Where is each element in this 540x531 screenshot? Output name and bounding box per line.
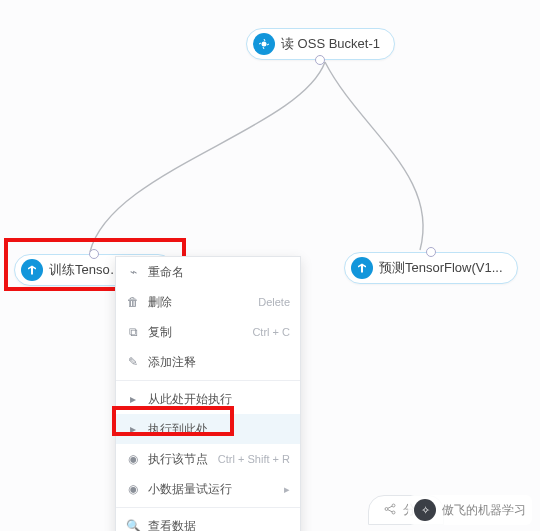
trash-icon: 🗑 <box>124 295 142 309</box>
play-icon: ▸ <box>124 392 142 406</box>
menu-separator <box>116 507 300 508</box>
watermark: ✧ 傲飞的机器学习 <box>408 495 532 525</box>
debug-run-icon: ◉ <box>124 482 142 496</box>
input-port[interactable] <box>426 247 436 257</box>
play-to-icon: ▸ <box>124 422 142 436</box>
menu-item-small-data-debug[interactable]: ◉ 小数据量试运行 ▸ <box>116 474 300 504</box>
menu-label: 查看数据 <box>148 518 290 532</box>
menu-label: 执行该节点 <box>148 451 218 468</box>
annotation-icon: ✎ <box>124 355 142 369</box>
menu-item-copy[interactable]: ⧉ 复制 Ctrl + C <box>116 317 300 347</box>
workflow-canvas[interactable]: 读 OSS Bucket-1 预测TensorFlow(V1... 训练Tens… <box>0 0 540 531</box>
input-port[interactable] <box>89 249 99 259</box>
tensorflow-icon <box>21 259 43 281</box>
share-icon <box>383 502 397 519</box>
menu-label: 重命名 <box>148 264 290 281</box>
submenu-arrow-icon: ▸ <box>284 483 290 496</box>
tensorflow-icon <box>351 257 373 279</box>
menu-separator <box>116 380 300 381</box>
menu-label: 复制 <box>148 324 252 341</box>
svg-point-0 <box>262 42 267 47</box>
menu-label: 添加注释 <box>148 354 290 371</box>
node-context-menu: ⌁ 重命名 🗑 删除 Delete ⧉ 复制 Ctrl + C ✎ 添加注释 ▸… <box>115 256 301 531</box>
node-predict-tensorflow[interactable]: 预测TensorFlow(V1... <box>344 252 518 284</box>
menu-shortcut: Ctrl + C <box>252 326 290 338</box>
menu-shortcut: Delete <box>258 296 290 308</box>
menu-item-view-data[interactable]: 🔍 查看数据 <box>116 511 300 531</box>
menu-label: 小数据量试运行 <box>148 481 284 498</box>
copy-icon: ⧉ <box>124 325 142 339</box>
menu-item-run-from-here[interactable]: ▸ 从此处开始执行 <box>116 384 300 414</box>
output-port[interactable] <box>315 55 325 65</box>
menu-label: 执行到此处 <box>148 421 290 438</box>
node-label: 训练Tenso… <box>49 261 123 279</box>
data-source-icon <box>253 33 275 55</box>
menu-item-delete[interactable]: 🗑 删除 Delete <box>116 287 300 317</box>
menu-shortcut: Ctrl + Shift + R <box>218 453 290 465</box>
menu-label: 删除 <box>148 294 258 311</box>
node-read-oss-bucket[interactable]: 读 OSS Bucket-1 <box>246 28 395 60</box>
menu-item-rename[interactable]: ⌁ 重命名 <box>116 257 300 287</box>
play-node-icon: ◉ <box>124 452 142 466</box>
node-label: 预测TensorFlow(V1... <box>379 259 503 277</box>
watermark-text: 傲飞的机器学习 <box>442 502 526 519</box>
menu-item-run-this-node[interactable]: ◉ 执行该节点 Ctrl + Shift + R <box>116 444 300 474</box>
node-label: 读 OSS Bucket-1 <box>281 35 380 53</box>
rename-icon: ⌁ <box>124 265 142 279</box>
menu-item-annotate[interactable]: ✎ 添加注释 <box>116 347 300 377</box>
magnifier-icon: 🔍 <box>124 519 142 531</box>
wechat-icon: ✧ <box>414 499 436 521</box>
menu-label: 从此处开始执行 <box>148 391 290 408</box>
menu-item-run-to-here[interactable]: ▸ 执行到此处 <box>116 414 300 444</box>
